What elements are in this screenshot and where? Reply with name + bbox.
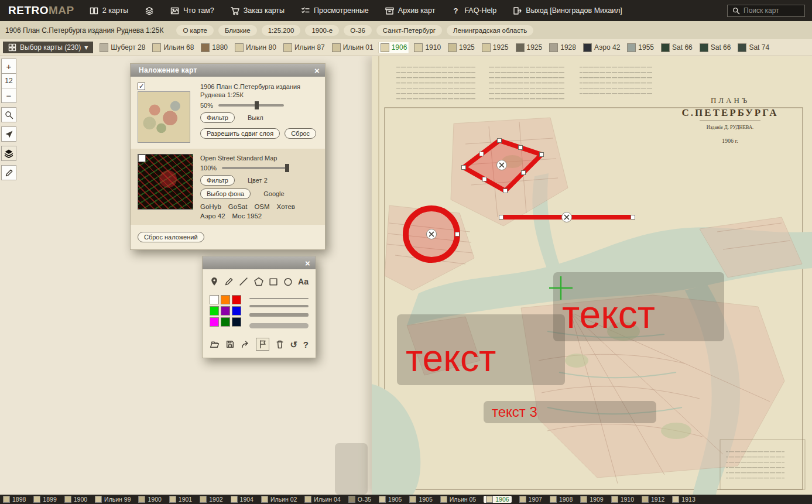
layer2-opacity-slider[interactable] — [222, 167, 287, 169]
map-tab[interactable]: Ильин 68 — [150, 42, 196, 53]
circle-delete-handle[interactable] — [427, 229, 437, 239]
bottom-map-item[interactable]: О-35 — [348, 496, 371, 503]
tool-pencil-button[interactable] — [224, 277, 234, 286]
color-swatch[interactable] — [221, 306, 230, 316]
bottom-map-item[interactable]: 1909 — [580, 496, 603, 503]
bottom-map-item[interactable]: 1898 — [3, 496, 26, 503]
tool-polygon-button[interactable] — [254, 277, 263, 286]
bottom-map-item[interactable]: 1906 — [484, 496, 511, 503]
draw-dialog-titlebar[interactable]: × — [203, 256, 316, 269]
background-link[interactable]: Хотев — [277, 203, 295, 210]
map-info-chip[interactable]: Ленинградская область — [447, 25, 533, 36]
layer1-filter-button[interactable]: Фильтр — [200, 112, 235, 123]
background-link[interactable]: Мос 1952 — [232, 212, 262, 220]
layer1-checkbox[interactable]: ✓ — [138, 83, 145, 90]
layers-button[interactable] — [1, 146, 16, 161]
color-swatch[interactable] — [210, 295, 219, 304]
bottom-map-item[interactable]: 1904 — [231, 496, 253, 503]
tool-circle-button[interactable] — [283, 277, 293, 286]
line-width-medium[interactable] — [249, 305, 309, 307]
background-link[interactable]: OSM — [254, 203, 269, 210]
color-swatch[interactable] — [232, 317, 241, 327]
map-tab[interactable]: 1955 — [625, 42, 656, 53]
layer-shift-reset-button[interactable]: Сброс — [285, 128, 316, 139]
close-icon[interactable]: × — [314, 66, 320, 75]
layer1-opacity-slider[interactable] — [218, 104, 284, 107]
bottom-map-item[interactable]: Ильин 99 — [95, 496, 131, 503]
locate-button[interactable] — [1, 126, 16, 142]
flag-button[interactable] — [258, 340, 267, 349]
layer2-thumbnail[interactable] — [138, 154, 193, 210]
map-tab[interactable]: 1880 — [199, 42, 229, 53]
map-tab[interactable]: 1910 — [412, 42, 443, 53]
map-tab[interactable]: 1906 — [379, 42, 409, 53]
color-swatch[interactable] — [232, 306, 241, 316]
color-swatch[interactable] — [210, 306, 219, 316]
annotation-box-empty[interactable] — [335, 443, 368, 495]
map-tab[interactable]: Sat 74 — [736, 42, 771, 53]
open-drawing-button[interactable] — [210, 340, 220, 349]
opacity-bar[interactable] — [249, 323, 309, 328]
draw-button[interactable] — [1, 165, 16, 180]
search-box[interactable] — [727, 5, 805, 17]
tool-text-button[interactable]: Aa — [298, 277, 309, 286]
nav-faq-help[interactable]: ? FAQ-Help — [451, 6, 496, 15]
color-swatch[interactable] — [210, 317, 219, 327]
color-swatch[interactable] — [221, 295, 230, 304]
layer2-filter-button[interactable]: Фильтр — [200, 175, 235, 186]
text-annotation-3[interactable]: текст 3 — [492, 404, 537, 420]
map-select-dropdown[interactable]: Выбор карты (230) ▾ — [3, 42, 93, 53]
map-tab[interactable]: Ильин 87 — [282, 42, 327, 53]
allow-layer-shift-button[interactable]: Разрешить сдвиг слоя — [200, 128, 280, 139]
tool-line-button[interactable] — [239, 277, 248, 286]
bottom-map-item[interactable]: 1900 — [138, 496, 161, 503]
nav-viewed[interactable]: Просмотренные — [301, 6, 369, 15]
help-icon[interactable]: ? — [303, 340, 309, 349]
line-width-thick[interactable] — [249, 313, 309, 317]
polygon-delete-handle[interactable] — [497, 160, 507, 170]
bottom-map-item[interactable]: 1913 — [672, 496, 695, 503]
map-tab[interactable]: Ильин 01 — [330, 42, 375, 53]
map-canvas[interactable]: ПЛАНЪ С.ПЕТЕРБУРГА Изданіе Д. РУДНЕВА. 1… — [372, 56, 812, 495]
slider-handle[interactable] — [285, 164, 289, 172]
map-tab[interactable]: Sat 66 — [659, 42, 694, 53]
nav-order-map[interactable]: Заказ карты — [231, 6, 285, 15]
map-tab[interactable]: Аэро 42 — [581, 42, 622, 53]
delete-drawing-button[interactable] — [275, 340, 285, 349]
map-info-chip[interactable]: Санкт-Петербург — [376, 25, 442, 36]
background-select-button[interactable]: Выбор фона — [200, 188, 251, 199]
bottom-map-item[interactable]: 1900 — [64, 496, 87, 503]
map-info-chip[interactable]: О-36 — [344, 25, 372, 36]
bottom-map-item[interactable]: 1902 — [200, 496, 222, 503]
map-tab[interactable]: Шуберт 28 — [98, 42, 147, 53]
zoom-out-button[interactable]: − — [1, 88, 16, 103]
bottom-map-item[interactable]: 1899 — [33, 496, 56, 503]
line-delete-handle[interactable] — [562, 212, 572, 222]
map-tab[interactable]: 1925 — [480, 42, 511, 53]
map-tab[interactable]: 1925 — [514, 42, 544, 53]
overlay-dialog-titlebar[interactable]: Наложение карт × — [131, 64, 325, 77]
reset-overlays-button[interactable]: Сброс наложений — [138, 232, 204, 242]
tool-marker-button[interactable] — [210, 277, 219, 286]
nav-layers[interactable] — [145, 6, 154, 15]
save-drawing-button[interactable] — [225, 340, 235, 349]
nav-two-maps[interactable]: 2 карты — [90, 6, 129, 15]
bottom-map-item[interactable]: 1905 — [379, 496, 402, 503]
undo-icon[interactable]: ↺ — [290, 340, 297, 349]
nav-what-is-there[interactable]: Что там? — [170, 6, 214, 15]
bottom-map-item[interactable]: Ильин 05 — [440, 496, 476, 503]
map-info-chip[interactable]: Близкие — [218, 25, 257, 36]
map-tab[interactable]: Ильин 80 — [233, 42, 278, 53]
logo[interactable]: RETROMAP — [8, 4, 74, 17]
zoom-in-button[interactable]: + — [1, 59, 16, 74]
line-width-thin[interactable] — [249, 298, 309, 299]
slider-handle[interactable] — [255, 101, 259, 109]
bottom-map-item[interactable]: 1907 — [519, 496, 542, 503]
map-tab[interactable]: 1928 — [547, 42, 578, 53]
background-link[interactable]: Аэро 42 — [200, 212, 225, 220]
color-swatch[interactable] — [232, 295, 241, 304]
bottom-map-item[interactable]: 1912 — [642, 496, 664, 503]
bottom-map-item[interactable]: Ильин 04 — [304, 496, 340, 503]
close-icon[interactable]: × — [305, 259, 310, 268]
nav-logout[interactable]: Выход [Виноградов Михаил] — [513, 6, 622, 15]
